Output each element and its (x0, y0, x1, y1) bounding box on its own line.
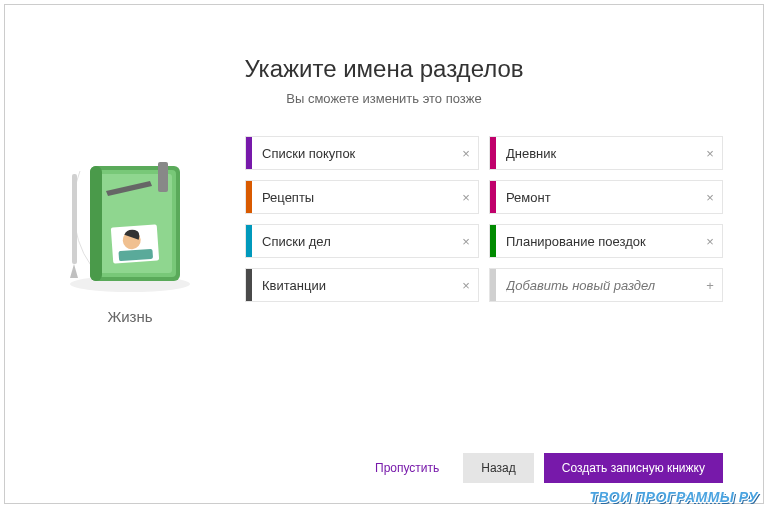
section-name-field[interactable] (252, 146, 454, 161)
notebook-illustration (50, 136, 210, 296)
clear-icon[interactable]: × (454, 234, 478, 249)
section-name-field[interactable] (252, 234, 454, 249)
clear-icon[interactable]: × (698, 146, 722, 161)
section-name-field[interactable] (496, 234, 698, 249)
svg-rect-6 (158, 162, 168, 192)
section-name-field[interactable] (252, 278, 454, 293)
page-subtitle: Вы сможете изменить это позже (45, 91, 723, 106)
clear-icon[interactable]: × (454, 278, 478, 293)
svg-rect-5 (90, 166, 102, 281)
clear-icon[interactable]: × (454, 146, 478, 161)
clear-icon[interactable]: × (454, 190, 478, 205)
section-input[interactable]: × (489, 136, 723, 170)
clear-icon[interactable]: × (698, 190, 722, 205)
svg-rect-1 (72, 174, 77, 264)
add-section-input[interactable]: + (489, 268, 723, 302)
back-button[interactable]: Назад (463, 453, 533, 483)
section-input[interactable]: × (245, 136, 479, 170)
section-input[interactable]: × (489, 180, 723, 214)
watermark: ТВОИ ПРОГРАММЫ РУ (589, 489, 758, 505)
add-icon[interactable]: + (698, 278, 722, 293)
section-name-field[interactable] (252, 190, 454, 205)
clear-icon[interactable]: × (698, 234, 722, 249)
section-input[interactable]: × (245, 224, 479, 258)
section-input[interactable]: × (245, 268, 479, 302)
page-title: Укажите имена разделов (45, 55, 723, 83)
add-section-field[interactable] (496, 278, 698, 293)
section-name-field[interactable] (496, 190, 698, 205)
skip-button[interactable]: Пропустить (361, 453, 453, 483)
section-input[interactable]: × (489, 224, 723, 258)
section-name-field[interactable] (496, 146, 698, 161)
create-notebook-button[interactable]: Создать записную книжку (544, 453, 723, 483)
notebook-name: Жизнь (45, 308, 215, 325)
section-input[interactable]: × (245, 180, 479, 214)
